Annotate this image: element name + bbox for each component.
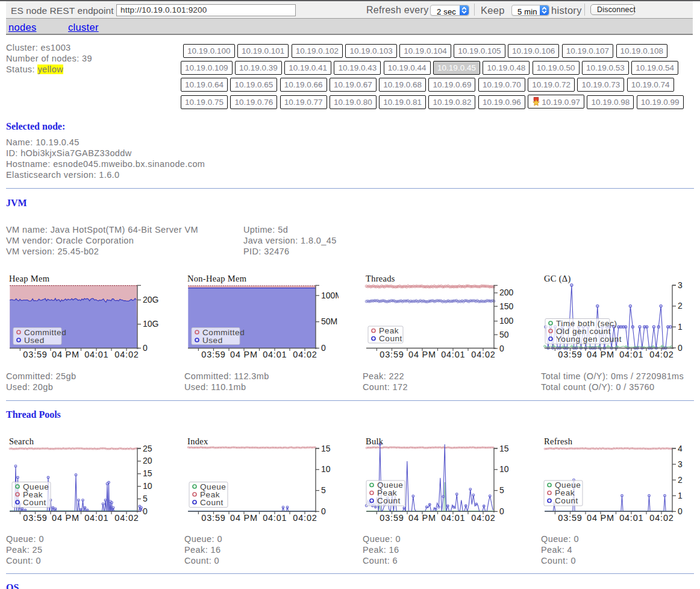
svg-text:5: 5 xyxy=(499,485,504,495)
svg-text:Index: Index xyxy=(187,436,208,446)
svg-text:0: 0 xyxy=(499,506,504,516)
svg-text:04 PM: 04 PM xyxy=(587,513,614,523)
svg-text:3: 3 xyxy=(678,459,683,469)
svg-text:03:59: 03:59 xyxy=(558,350,582,359)
svg-text:03:59: 03:59 xyxy=(201,350,225,359)
svg-text:04:01: 04:01 xyxy=(263,513,287,523)
svg-text:0: 0 xyxy=(678,343,683,353)
svg-text:04:01: 04:01 xyxy=(619,350,643,359)
svg-text:04:01: 04:01 xyxy=(441,513,465,523)
svg-text:Used: Used xyxy=(202,336,223,345)
svg-text:04:02: 04:02 xyxy=(114,350,139,359)
svg-text:25: 25 xyxy=(143,444,152,453)
svg-text:04:01: 04:01 xyxy=(84,350,108,359)
svg-text:0: 0 xyxy=(321,343,326,353)
svg-text:Heap Mem: Heap Mem xyxy=(9,274,50,283)
svg-text:Refresh: Refresh xyxy=(544,436,573,446)
svg-text:20G: 20G xyxy=(143,295,158,304)
svg-text:0: 0 xyxy=(143,343,148,353)
svg-text:04:02: 04:02 xyxy=(649,513,673,523)
svg-text:04:01: 04:01 xyxy=(441,350,465,359)
svg-text:GC (Δ): GC (Δ) xyxy=(544,274,571,284)
svg-text:Count: Count xyxy=(555,496,578,505)
svg-text:04 PM: 04 PM xyxy=(408,513,436,523)
svg-text:Non-Heap Mem: Non-Heap Mem xyxy=(187,274,247,283)
svg-text:03:59: 03:59 xyxy=(201,513,225,523)
svg-text:03:59: 03:59 xyxy=(558,513,582,523)
svg-text:0: 0 xyxy=(499,344,504,353)
svg-text:03:59: 03:59 xyxy=(23,350,47,359)
svg-text:150: 150 xyxy=(499,301,514,311)
svg-text:3: 3 xyxy=(678,280,683,290)
svg-text:Count: Count xyxy=(200,498,223,507)
svg-text:Count: Count xyxy=(23,498,46,507)
svg-text:04:02: 04:02 xyxy=(293,513,317,523)
svg-text:20: 20 xyxy=(143,456,152,465)
svg-text:5: 5 xyxy=(143,494,148,503)
svg-text:04:01: 04:01 xyxy=(619,513,643,523)
svg-text:50: 50 xyxy=(499,330,509,339)
svg-text:04:01: 04:01 xyxy=(84,513,108,523)
svg-text:10G: 10G xyxy=(143,319,158,329)
svg-text:100: 100 xyxy=(499,316,514,326)
svg-text:5: 5 xyxy=(321,485,326,495)
svg-text:04 PM: 04 PM xyxy=(230,513,258,523)
svg-text:100M: 100M xyxy=(321,291,339,300)
svg-text:10: 10 xyxy=(499,464,509,474)
svg-text:Used: Used xyxy=(24,336,45,345)
svg-text:04:02: 04:02 xyxy=(471,513,495,523)
svg-text:04:02: 04:02 xyxy=(471,350,495,359)
svg-text:1: 1 xyxy=(678,491,683,500)
svg-text:10: 10 xyxy=(143,481,152,491)
svg-text:15: 15 xyxy=(499,444,509,453)
svg-text:1: 1 xyxy=(678,322,683,332)
svg-text:15: 15 xyxy=(321,444,331,453)
svg-text:03:59: 03:59 xyxy=(380,350,404,359)
svg-text:04 PM: 04 PM xyxy=(52,350,80,359)
svg-text:04 PM: 04 PM xyxy=(52,513,80,523)
svg-text:Count: Count xyxy=(377,496,401,505)
svg-text:04 PM: 04 PM xyxy=(408,350,436,359)
svg-text:200: 200 xyxy=(499,288,514,297)
svg-text:50M: 50M xyxy=(321,317,337,326)
svg-text:2: 2 xyxy=(678,475,683,485)
svg-text:15: 15 xyxy=(143,468,152,478)
svg-text:04:01: 04:01 xyxy=(263,350,287,359)
svg-text:4: 4 xyxy=(678,444,683,453)
svg-text:04:02: 04:02 xyxy=(649,350,673,359)
svg-text:0: 0 xyxy=(143,506,148,516)
svg-text:0: 0 xyxy=(321,506,326,516)
svg-text:Threads: Threads xyxy=(366,274,395,283)
svg-text:Young gen count: Young gen count xyxy=(556,335,622,344)
svg-text:04 PM: 04 PM xyxy=(230,350,258,359)
svg-text:04:02: 04:02 xyxy=(293,350,317,359)
svg-text:03:59: 03:59 xyxy=(380,513,404,523)
svg-text:2: 2 xyxy=(678,301,683,310)
svg-text:0: 0 xyxy=(678,506,683,516)
svg-text:04 PM: 04 PM xyxy=(587,350,614,359)
svg-text:Count: Count xyxy=(379,334,402,343)
svg-text:04:02: 04:02 xyxy=(114,513,139,523)
svg-text:10: 10 xyxy=(321,464,331,474)
svg-text:03:59: 03:59 xyxy=(23,513,47,523)
svg-text:Search: Search xyxy=(9,436,34,446)
